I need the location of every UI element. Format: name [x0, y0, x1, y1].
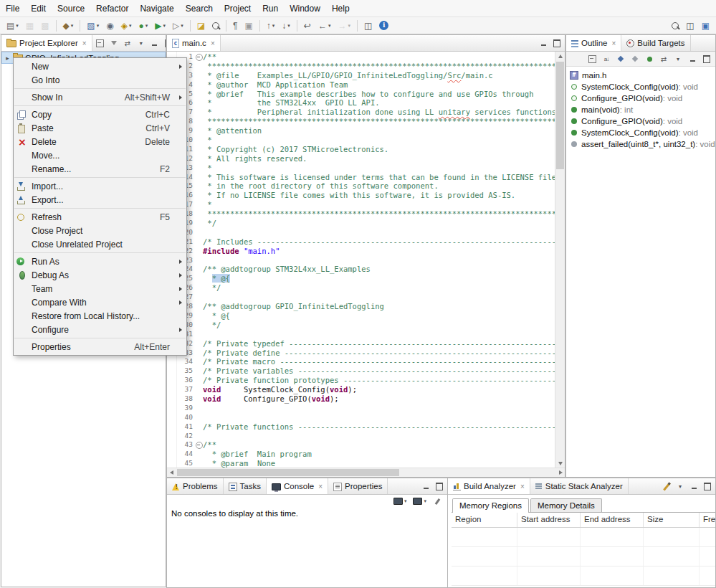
- code-line[interactable]: 28/** @addtogroup GPIO_InfiniteLedToggli…: [177, 302, 555, 311]
- fold-marker-icon[interactable]: [196, 442, 203, 449]
- open-console-icon[interactable]: ▾: [413, 496, 426, 506]
- context-item-compare-with[interactable]: Compare With: [14, 295, 186, 309]
- maximize-icon[interactable]: [553, 38, 561, 48]
- code-editor[interactable]: 1/**2 **********************************…: [167, 52, 565, 468]
- tab-tasks[interactable]: Tasks: [224, 478, 267, 494]
- code-line[interactable]: 14 * This software is licensed under ter…: [177, 173, 555, 182]
- column-header-region[interactable]: Region: [452, 513, 517, 527]
- tab-outline[interactable]: Outline ×: [566, 35, 621, 51]
- new-wizard-icon[interactable]: ▤▾: [4, 19, 22, 33]
- column-header-size[interactable]: Size: [644, 513, 700, 527]
- scrollbar-thumb[interactable]: [177, 469, 399, 476]
- scrollbar-thumb[interactable]: [556, 62, 564, 169]
- context-item-restore-from-local-history[interactable]: Restore from Local History...: [14, 309, 186, 323]
- context-item-rename[interactable]: Rename...F2: [14, 162, 186, 176]
- editor-vertical-scrollbar[interactable]: [555, 52, 565, 468]
- code-line[interactable]: 36/* Private function prototypes -------…: [177, 376, 555, 385]
- code-line[interactable]: 38void Configure_GPIO(void);: [177, 394, 555, 404]
- tab-project-explorer[interactable]: Project Explorer ×: [1, 35, 92, 51]
- mark-occurrences-icon[interactable]: ▣: [242, 19, 255, 33]
- menu-source[interactable]: Source: [52, 1, 90, 16]
- code-line[interactable]: 32/* Private typedef -------------------…: [177, 339, 555, 348]
- outline-item[interactable]: main(void) : int: [570, 104, 715, 115]
- context-item-team[interactable]: Team: [14, 282, 186, 295]
- menu-run[interactable]: Run: [257, 1, 284, 16]
- minimize-icon[interactable]: [421, 481, 430, 491]
- code-line[interactable]: 44 * @brief Main program: [177, 450, 555, 459]
- code-line[interactable]: 10 *: [177, 136, 555, 145]
- tab-main-c[interactable]: main.c ×: [167, 35, 221, 51]
- context-item-debug-as[interactable]: Debug As: [14, 268, 186, 282]
- menu-window[interactable]: Window: [284, 1, 326, 16]
- tab-build-analyzer[interactable]: Build Analyzer×: [448, 478, 530, 494]
- column-header-start-address[interactable]: Start address: [517, 513, 581, 527]
- code-line[interactable]: 31: [177, 330, 555, 339]
- context-item-configure[interactable]: Configure: [14, 323, 186, 336]
- context-item-close-project[interactable]: Close Project: [14, 224, 186, 237]
- link-with-editor-icon[interactable]: ⇄: [123, 38, 132, 48]
- previous-annotation-icon[interactable]: ↑▾: [264, 19, 278, 33]
- next-annotation-icon[interactable]: ↓▾: [279, 19, 293, 33]
- maximize-icon[interactable]: [703, 481, 712, 491]
- code-line[interactable]: 25 * @{: [177, 274, 555, 283]
- outline-item[interactable]: Configure_GPIO(void) : void: [570, 115, 715, 127]
- menu-search[interactable]: Search: [180, 1, 219, 16]
- collapse-all-icon[interactable]: [96, 38, 105, 48]
- context-item-go-into[interactable]: Go Into: [14, 73, 186, 87]
- tab-static-stack-analyzer[interactable]: Static Stack Analyzer: [530, 478, 629, 494]
- scroll-down-arrow-icon[interactable]: [555, 459, 565, 468]
- external-tools-icon[interactable]: ▷▾: [170, 19, 186, 33]
- tab-console[interactable]: Console×: [267, 478, 328, 494]
- code-line[interactable]: 23: [177, 256, 555, 265]
- code-line[interactable]: 2 **************************************…: [177, 62, 555, 71]
- view-menu-icon[interactable]: ▾: [674, 54, 682, 64]
- open-new-window-icon[interactable]: ◫: [361, 19, 375, 33]
- outline-item[interactable]: SystemClock_Config(void) : void: [570, 127, 715, 138]
- code-line[interactable]: 42: [177, 432, 555, 441]
- fold-marker-icon[interactable]: [196, 54, 203, 61]
- menu-refactor[interactable]: Refactor: [90, 1, 134, 16]
- last-edit-location-icon[interactable]: ↩: [301, 19, 314, 33]
- code-line[interactable]: 35/* Private variables -----------------…: [177, 366, 555, 376]
- code-line[interactable]: 5 * @brief This example describes how to…: [177, 90, 555, 99]
- code-line[interactable]: 40: [177, 413, 555, 422]
- code-line[interactable]: 3 * @file Examples_LL/GPIO/GPIO_Infinite…: [177, 71, 555, 80]
- column-header-free[interactable]: Free: [700, 513, 715, 527]
- gear-wizard-icon[interactable]: ◉: [103, 19, 116, 33]
- close-icon[interactable]: ×: [82, 39, 87, 47]
- code-line[interactable]: 30 */: [177, 321, 555, 330]
- edit-icon[interactable]: [662, 481, 671, 491]
- code-line[interactable]: 7 * Peripheral initialization done using…: [177, 108, 555, 117]
- code-line[interactable]: 15 * in the root directory of this softw…: [177, 181, 555, 191]
- code-line[interactable]: 18 *************************************…: [177, 209, 555, 219]
- tab-properties[interactable]: Properties: [328, 478, 388, 494]
- view-menu-icon[interactable]: ▾: [676, 481, 684, 491]
- code-line[interactable]: 6 * the STM32L4xx GPIO LL API.: [177, 98, 555, 108]
- new-c-project-icon[interactable]: ▧▾: [84, 19, 102, 33]
- editor-horizontal-scrollbar[interactable]: [167, 468, 565, 477]
- code-line[interactable]: 45 * @param None: [177, 459, 555, 468]
- hide-fields-icon[interactable]: [616, 54, 625, 64]
- code-line[interactable]: 16 * If no LICENSE file comes with this …: [177, 191, 555, 200]
- code-line[interactable]: 4 * @author MCD Application Team: [177, 80, 555, 90]
- context-item-export[interactable]: Export...: [14, 193, 186, 207]
- code-line[interactable]: 8 **************************************…: [177, 117, 555, 126]
- minimize-icon[interactable]: [689, 481, 698, 491]
- menu-navigate[interactable]: Navigate: [134, 1, 179, 16]
- column-header-end-address[interactable]: End address: [581, 513, 644, 527]
- close-icon[interactable]: ×: [318, 483, 323, 490]
- code-line[interactable]: 17 *: [177, 200, 555, 209]
- code-line[interactable]: 27: [177, 293, 555, 302]
- search-toolbar-icon[interactable]: [209, 19, 222, 33]
- cpp-perspective-icon[interactable]: ▣: [699, 19, 712, 33]
- outline-item[interactable]: #main.h: [570, 70, 715, 81]
- code-line[interactable]: 34/* Private macro ---------------------…: [177, 357, 555, 366]
- close-icon[interactable]: ×: [211, 39, 215, 47]
- collapse-all-icon[interactable]: [588, 54, 596, 64]
- outline-item[interactable]: Configure_GPIO(void) : void: [570, 93, 715, 104]
- context-item-copy[interactable]: CopyCtrl+C: [14, 108, 186, 121]
- context-item-import[interactable]: Import...: [14, 179, 186, 193]
- run-icon[interactable]: ▶▾: [152, 19, 168, 33]
- code-line[interactable]: 11 * Copyright (c) 2017 STMicroelectroni…: [177, 145, 555, 154]
- code-line[interactable]: 33/* Private define --------------------…: [177, 348, 555, 358]
